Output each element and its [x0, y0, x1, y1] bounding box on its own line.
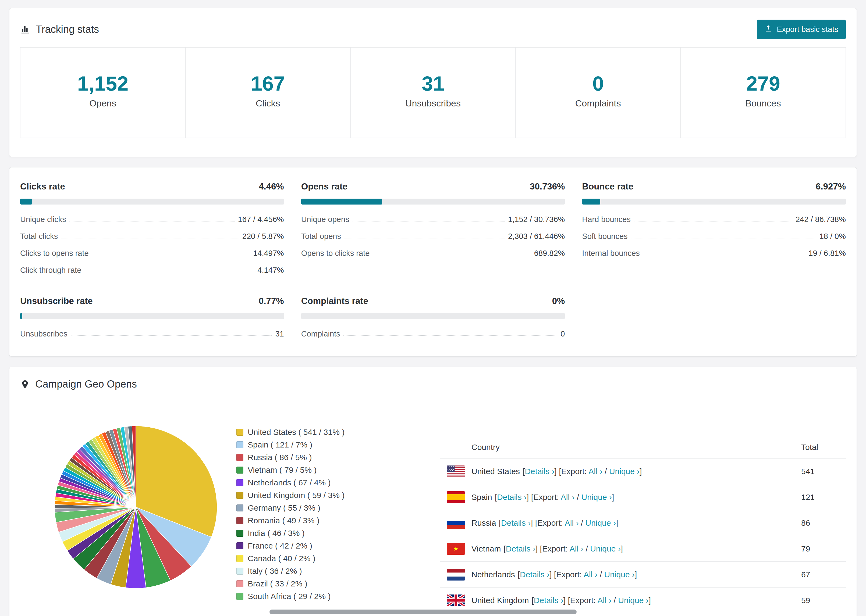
export-unique-link[interactable]: Unique › — [609, 467, 639, 476]
rate-title: Opens rate — [301, 181, 348, 192]
details-link[interactable]: Details › — [534, 596, 564, 605]
legend-label: Spain ( 121 / 7% ) — [248, 440, 312, 449]
details-link[interactable]: Details › — [506, 544, 535, 553]
details-link[interactable]: Details › — [520, 570, 550, 579]
legend-item[interactable]: Netherlands ( 67 / 4% ) — [236, 478, 345, 487]
geo-title: Campaign Geo Opens — [20, 379, 137, 390]
metric-label: Unique clicks — [20, 215, 66, 224]
stat-box: 167Clicks — [185, 47, 351, 138]
stat-value: 31 — [353, 73, 513, 94]
stat-value: 167 — [188, 73, 348, 94]
legend-label: South Africa ( 29 / 2% ) — [248, 592, 331, 601]
export-unique-link[interactable]: Unique › — [604, 570, 635, 579]
legend-label: France ( 42 / 2% ) — [248, 541, 312, 550]
details-link[interactable]: Details › — [501, 519, 531, 527]
metric-row: Clicks to opens rate14.497% — [20, 245, 284, 262]
legend-item[interactable]: Spain ( 121 / 7% ) — [236, 440, 345, 449]
rate-block: Unsubscribe rate0.77%Unsubscribes31 — [20, 296, 284, 343]
legend-swatch — [236, 492, 243, 499]
progress-bar — [301, 313, 565, 319]
metric-label: Clicks to opens rate — [20, 249, 89, 258]
dotted-leader — [71, 330, 272, 336]
export-all-link[interactable]: All › — [589, 467, 602, 476]
stat-label: Unsubscribes — [353, 98, 513, 108]
rate-percent: 0% — [552, 296, 565, 306]
rate-block: Complaints rate0%Complaints0 — [301, 296, 565, 343]
geo-chart-area: United States ( 541 / 31% )Spain ( 121 /… — [20, 424, 440, 616]
progress-bar — [20, 199, 284, 204]
flag-es-icon — [447, 491, 465, 503]
pie-svg — [52, 424, 219, 591]
rate-percent: 4.46% — [259, 181, 284, 192]
dotted-leader — [92, 249, 250, 255]
metric-label: Hard bounces — [582, 215, 631, 224]
horizontal-scrollbar-thumb[interactable] — [269, 610, 576, 614]
details-link[interactable]: Details › — [497, 493, 527, 501]
details-link[interactable]: Details › — [525, 467, 554, 476]
legend-item[interactable]: Italy ( 36 / 2% ) — [236, 567, 345, 576]
metric-row: Opens to clicks rate689.82% — [301, 245, 565, 262]
geo-body: United States ( 541 / 31% )Spain ( 121 /… — [9, 397, 857, 616]
rate-percent: 6.927% — [816, 181, 846, 192]
export-all-link[interactable]: All › — [598, 596, 612, 605]
dotted-leader — [344, 232, 505, 238]
export-unique-link[interactable]: Unique › — [586, 519, 616, 527]
legend-item[interactable]: Germany ( 55 / 3% ) — [236, 503, 345, 512]
geo-table: Country Total United States[Details ›] [… — [440, 436, 846, 616]
metric-label: Unique opens — [301, 215, 350, 224]
geo-pie-chart — [52, 424, 219, 616]
legend-item[interactable]: United States ( 541 / 31% ) — [236, 427, 345, 437]
total-value: 79 — [801, 544, 839, 553]
legend-item[interactable]: India ( 46 / 3% ) — [236, 529, 345, 538]
metric-label: Opens to clicks rate — [301, 249, 370, 258]
export-unique-link[interactable]: Unique › — [581, 493, 612, 501]
export-all-link[interactable]: All › — [584, 570, 598, 579]
country-cell: Netherlands[Details ›] [Export: All › / … — [471, 570, 801, 579]
metric-label: Total clicks — [20, 232, 58, 241]
flag-gb-icon — [447, 594, 465, 606]
table-row: Netherlands[Details ›] [Export: All › / … — [440, 562, 846, 588]
legend-item[interactable]: South Africa ( 29 / 2% ) — [236, 592, 345, 601]
legend-item[interactable]: Canada ( 40 / 2% ) — [236, 554, 345, 563]
stat-value: 1,152 — [23, 73, 183, 94]
legend-swatch — [236, 479, 243, 486]
metric-label: Click through rate — [20, 266, 81, 275]
metric-row: Unique opens1,152 / 30.736% — [301, 211, 565, 228]
export-button-label: Export basic stats — [777, 25, 838, 34]
rate-block: Opens rate30.736%Unique opens1,152 / 30.… — [301, 181, 565, 279]
country-name: Russia — [471, 519, 496, 527]
legend-swatch — [236, 517, 243, 524]
dotted-leader — [69, 215, 235, 222]
metric-row: Unique clicks167 / 4.456% — [20, 211, 284, 228]
country-cell: United Kingdom[Details ›] [Export: All ›… — [471, 596, 801, 605]
total-value: 67 — [801, 570, 839, 579]
flag-vn-icon — [447, 543, 465, 555]
stat-box: 31Unsubscribes — [350, 47, 516, 138]
legend-item[interactable]: Russia ( 86 / 5% ) — [236, 453, 345, 462]
page: Tracking stats Export basic stats 1,152O… — [0, 0, 866, 616]
stat-label: Clicks — [188, 98, 348, 108]
export-basic-stats-button[interactable]: Export basic stats — [757, 20, 846, 39]
export-unique-link[interactable]: Unique › — [590, 544, 620, 553]
card-title-text: Tracking stats — [36, 24, 99, 35]
legend-swatch — [236, 454, 243, 461]
export-label: Export: — [561, 467, 589, 476]
dotted-leader — [373, 249, 531, 255]
legend-item[interactable]: United Kingdom ( 59 / 3% ) — [236, 491, 345, 500]
metric-row: Unsubscribes31 — [20, 325, 284, 343]
export-unique-link[interactable]: Unique › — [618, 596, 649, 605]
metric-value: 689.82% — [534, 249, 565, 258]
rate-title: Clicks rate — [20, 181, 65, 192]
export-all-link[interactable]: All › — [570, 544, 584, 553]
legend-item[interactable]: France ( 42 / 2% ) — [236, 541, 345, 550]
metric-value: 220 / 5.87% — [242, 232, 284, 241]
legend-item[interactable]: Brazil ( 33 / 2% ) — [236, 579, 345, 588]
legend-item[interactable]: Romania ( 49 / 3% ) — [236, 516, 345, 525]
stat-box: 279Bounces — [680, 47, 846, 138]
export-all-link[interactable]: All › — [561, 493, 575, 501]
export-all-link[interactable]: All › — [565, 519, 579, 527]
rates-grid: Clicks rate4.46%Unique clicks167 / 4.456… — [9, 167, 857, 357]
legend-item[interactable]: Vietnam ( 79 / 5% ) — [236, 465, 345, 475]
legend-label: Brazil ( 33 / 2% ) — [248, 579, 307, 588]
legend-label: Canada ( 40 / 2% ) — [248, 554, 315, 563]
